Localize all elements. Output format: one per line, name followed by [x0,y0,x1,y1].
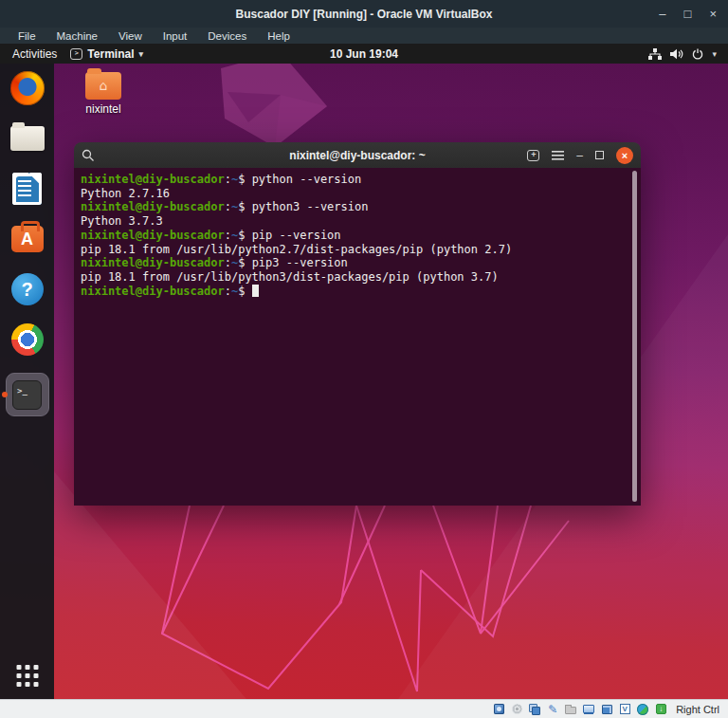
firefox-icon [10,71,45,105]
files-folder-icon [10,126,45,151]
hamburger-menu-icon[interactable] [552,151,564,160]
virtualbox-titlebar: Buscador DIY [Running] - Oracle VM Virtu… [0,0,728,28]
terminal-scrollbar[interactable] [632,171,637,502]
network-adapters-icon[interactable] [528,703,541,716]
running-indicator-dot [2,392,8,397]
power-icon [692,48,703,60]
terminal-line: pip 18.1 from /usr/lib/python3/dist-pack… [81,270,641,285]
shared-folders-icon[interactable] [564,703,577,716]
terminal-line: nixintel@diy-buscador:~$ python --versio… [81,173,641,187]
menu-machine[interactable]: Machine [46,30,108,42]
desktop: A ? >_ ⌂ nixintel nixintel@diy-buscador:… [0,64,728,699]
vm-screen: Activities > Terminal ▾ 10 Jun 19:04 ▾ [0,44,728,699]
libreoffice-writer-icon [12,173,42,205]
close-icon[interactable]: × [616,147,633,164]
recording-icon[interactable] [600,703,613,716]
host-key-label: Right Ctrl [676,704,719,715]
close-icon[interactable]: × [709,7,717,21]
menu-devices[interactable]: Devices [197,30,257,42]
keyboard-capture-icon[interactable]: ↓ [654,703,667,716]
mouse-integration-icon[interactable] [636,703,649,716]
terminal-line: nixintel@diy-buscador:~$ pip3 --version [81,256,641,270]
terminal-header[interactable]: nixintel@diy-buscador: ~ + – × [74,142,641,168]
maximize-icon[interactable] [595,151,604,159]
terminal-line: Python 3.7.3 [81,214,641,229]
window-title: Buscador DIY [Running] - Oracle VM Virtu… [236,8,493,21]
virtualbox-statusbar: ✎ V ↓ Right Ctrl [0,699,728,718]
terminal-line: pip 18.1 from /usr/lib/python2.7/dist-pa… [81,243,641,257]
new-tab-icon[interactable]: + [527,150,539,161]
clock-button[interactable]: 10 Jun 19:04 [0,47,728,61]
volume-icon [670,48,683,60]
terminal-body[interactable]: nixintel@diy-buscador:~$ python --versio… [74,168,641,506]
dock-item-libreoffice-writer[interactable] [6,172,49,206]
minimize-icon[interactable]: – [659,7,665,21]
terminal-icon: >_ [12,380,42,410]
terminal-line: Python 2.7.16 [81,187,641,201]
menu-input[interactable]: Input [153,30,198,42]
ubuntu-topbar: Activities > Terminal ▾ 10 Jun 19:04 ▾ [0,44,728,64]
dock: A ? >_ [0,64,54,699]
terminal-line: nixintel@diy-buscador:~$ pip --version [81,229,641,243]
text-cursor [252,285,259,297]
hard-disks-icon[interactable] [492,703,505,716]
display-icon[interactable] [582,703,595,716]
dock-item-ubuntu-software[interactable]: A [6,222,49,256]
features-icon[interactable]: V [618,703,631,716]
desktop-icon-nixintel[interactable]: ⌂ nixintel [78,72,129,116]
terminal-line: nixintel@diy-buscador:~$ python3 --versi… [81,200,641,214]
usb-devices-icon[interactable]: ✎ [546,703,559,716]
terminal-line: nixintel@diy-buscador:~$ [81,285,641,299]
minimize-icon[interactable]: – [576,150,583,161]
dock-item-files[interactable] [6,121,49,156]
home-folder-icon: ⌂ [85,72,121,100]
system-tray[interactable]: ▾ [648,44,717,64]
wired-network-icon [648,48,662,60]
terminal-window: nixintel@diy-buscador: ~ + – × nixintel@… [74,142,641,506]
chrome-icon [11,323,44,356]
dock-item-help[interactable]: ? [6,272,49,306]
dock-item-terminal[interactable]: >_ [6,373,49,416]
desktop-icon-label: nixintel [78,102,129,116]
dock-item-chrome[interactable] [6,322,49,357]
dock-item-firefox[interactable] [6,71,49,105]
window-controls: – □ × [659,0,717,28]
optical-drives-icon[interactable] [510,703,523,716]
help-icon: ? [11,273,44,305]
show-applications-button[interactable] [16,665,38,687]
virtualbox-menubar: File Machine View Input Devices Help [0,28,728,44]
terminal-dock-frame: >_ [6,373,49,416]
menu-help[interactable]: Help [257,30,300,42]
caret-down-icon: ▾ [712,49,717,59]
maximize-icon[interactable]: □ [684,7,692,21]
terminal-header-buttons: + – × [527,147,633,164]
menu-view[interactable]: View [108,30,153,42]
menu-file[interactable]: File [8,30,46,42]
ubuntu-software-icon: A [11,226,44,252]
